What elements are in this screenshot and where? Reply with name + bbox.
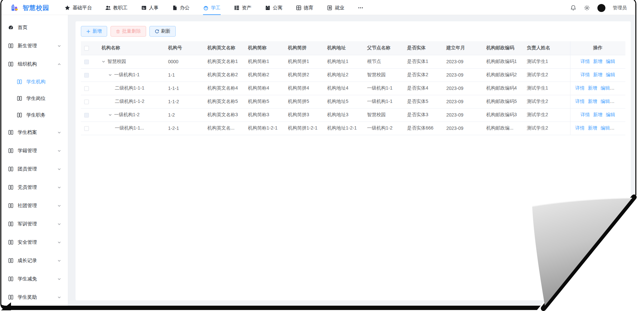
sidebar-item-安全管理[interactable]: 安全管理 [1, 233, 68, 251]
cell-is_entity: 是否实体4 [404, 82, 443, 95]
cell-name: 二级机构1-1-1 [98, 82, 165, 95]
cell-short_name: 机构简称5 [245, 95, 285, 108]
cell-zip: 机构邮政编码1 [483, 55, 524, 68]
nav-item-label: 办公 [180, 5, 190, 11]
op-detail-link[interactable]: 详情 [580, 59, 590, 64]
column-header: 是否实体 [404, 41, 443, 55]
sidebar-item-军训管理[interactable]: 军训管理 [1, 215, 68, 233]
op-edit-link[interactable]: 编辑 [601, 99, 610, 104]
chevron-down-icon [57, 167, 61, 171]
cell-address: 机构地址4 [324, 82, 364, 95]
book-icon [8, 276, 14, 282]
column-header: 机构名称 [98, 41, 165, 55]
sidebar-item-学生岗位[interactable]: 学生岗位 [1, 90, 68, 107]
nav-item-办公[interactable]: 办公 [172, 1, 190, 15]
gear-icon[interactable] [584, 5, 590, 11]
sidebar-item-学生奖助[interactable]: 学生奖助 [1, 288, 68, 306]
row-checkbox[interactable] [84, 126, 89, 131]
row-checkbox[interactable] [84, 100, 89, 104]
sidebar-item-label: 成长记录 [18, 257, 37, 264]
book-icon [8, 239, 14, 245]
navbar-right: 管理员 [570, 4, 627, 12]
nav-item-就业[interactable]: 就业 [327, 1, 344, 15]
user-name: 管理员 [613, 5, 627, 11]
op-add-link[interactable]: 新增 [593, 112, 602, 117]
app-window: 智慧校园 基础平台教职工人事办公学工资产公寓德育就业 管理员 [0, 0, 636, 310]
expand-row-icon[interactable] [108, 113, 112, 117]
nav-item-教职工[interactable]: 教职工 [105, 1, 128, 15]
book-icon [8, 203, 14, 208]
op-detail-link[interactable]: 详情 [580, 72, 590, 77]
grid-icon [296, 5, 302, 11]
sidebar-item-学籍管理[interactable]: 学籍管理 [1, 142, 68, 160]
row-checkbox[interactable] [84, 86, 89, 91]
cell-address: 机构地址5 [324, 95, 364, 108]
op-detail-link[interactable]: 详情 [575, 125, 585, 131]
brand: 智慧校园 [10, 3, 49, 13]
cell-short_name: 机构简称3 [245, 108, 285, 122]
refresh-button[interactable]: 刷新 [149, 26, 176, 37]
user-avatar[interactable] [597, 4, 605, 12]
nav-item-人事[interactable]: 人事 [141, 1, 159, 15]
cell-short_name: 机构简称1-2-1 [245, 122, 285, 135]
op-detail-link[interactable]: 详情 [575, 85, 585, 91]
book-icon [17, 79, 22, 85]
screenshot-stage: 智慧校园 基础平台教职工人事办公学工资产公寓德育就业 管理员 [0, 0, 644, 311]
expand-row-icon[interactable] [102, 60, 106, 64]
op-edit-link[interactable]: 编辑 [601, 125, 610, 131]
sidebar-item-label: 学生机构 [26, 79, 46, 85]
batch-delete-button[interactable]: 批量删除 [110, 26, 146, 37]
chevron-down-icon [57, 240, 61, 244]
op-detail-link[interactable]: 详情 [575, 99, 585, 104]
cell-is_entity: 是否实体2 [404, 68, 443, 82]
cell-operations: 详情新增编辑 [570, 68, 625, 82]
select-all-checkbox[interactable] [84, 46, 89, 51]
cell-pinyin: 机构简拼1-2-1 [285, 122, 324, 135]
cell-pinyin: 机构简拼5 [285, 95, 324, 108]
cell-address: 机构地址1 [324, 55, 364, 68]
sidebar-item-成长记录[interactable]: 成长记录 [1, 251, 68, 270]
cell-manager: 测试学生1 [524, 82, 570, 95]
sidebar-item-社团管理[interactable]: 社团管理 [1, 196, 68, 215]
sidebar-item-label: 学生职务 [26, 112, 46, 118]
nav-item-资产[interactable]: 资产 [234, 1, 252, 15]
cell-code: 1-2-1 [165, 122, 204, 135]
nav-item-学工[interactable]: 学工 [203, 1, 221, 15]
sidebar-item-首页[interactable]: 首页 [1, 18, 68, 37]
sidebar-item-组织机构[interactable]: 组织机构 [1, 55, 68, 73]
op-edit-link[interactable]: 编辑 [606, 112, 615, 117]
sidebar-item-团员管理[interactable]: 团员管理 [1, 160, 68, 178]
book-icon [8, 43, 14, 49]
op-add-link[interactable]: 新增 [588, 85, 597, 91]
sidebar-item-学生机构[interactable]: 学生机构 [1, 73, 68, 90]
sidebar-item-学生职务[interactable]: 学生职务 [1, 107, 68, 123]
op-add-link[interactable]: 新增 [593, 72, 602, 77]
sidebar-item-新生管理[interactable]: 新生管理 [1, 37, 68, 55]
op-add-link[interactable]: 新增 [593, 59, 602, 64]
chevron-down-icon [57, 204, 61, 208]
sidebar-item-党员管理[interactable]: 党员管理 [1, 178, 68, 196]
document-icon [172, 5, 178, 11]
nav-item-基础平台[interactable]: 基础平台 [65, 1, 92, 15]
table-row: 一级机构1-21-2机构英文名称3机构简称3机构简拼3机构地址3智慧校园是否实体… [81, 108, 625, 122]
op-add-link[interactable]: 新增 [588, 99, 597, 104]
chevron-down-icon [57, 149, 61, 153]
op-add-link[interactable]: 新增 [588, 125, 597, 131]
list-icon [234, 5, 240, 11]
sidebar-item-学生档案[interactable]: 学生档案 [1, 123, 68, 142]
add-button[interactable]: 新增 [81, 26, 107, 37]
op-detail-link[interactable]: 详情 [580, 112, 590, 117]
sidebar-item-label: 军训管理 [18, 221, 37, 227]
cell-name: 一级机构1-1 [98, 68, 165, 82]
expand-row-icon[interactable] [108, 73, 112, 77]
sidebar-item-学生减免[interactable]: 学生减免 [1, 270, 68, 288]
op-edit-link[interactable]: 编辑 [601, 85, 610, 91]
op-edit-link[interactable]: 编辑 [606, 72, 615, 77]
nav-item-公寓[interactable]: 公寓 [265, 1, 283, 15]
nav-item-德育[interactable]: 德育 [296, 1, 314, 15]
op-edit-link[interactable]: 编辑 [606, 59, 615, 64]
bell-icon[interactable] [570, 5, 576, 11]
nav-item-more[interactable] [358, 1, 363, 15]
cell-name: 一级机构1-1... [98, 122, 165, 135]
cell-is_entity: 是否实体666 [404, 122, 443, 135]
